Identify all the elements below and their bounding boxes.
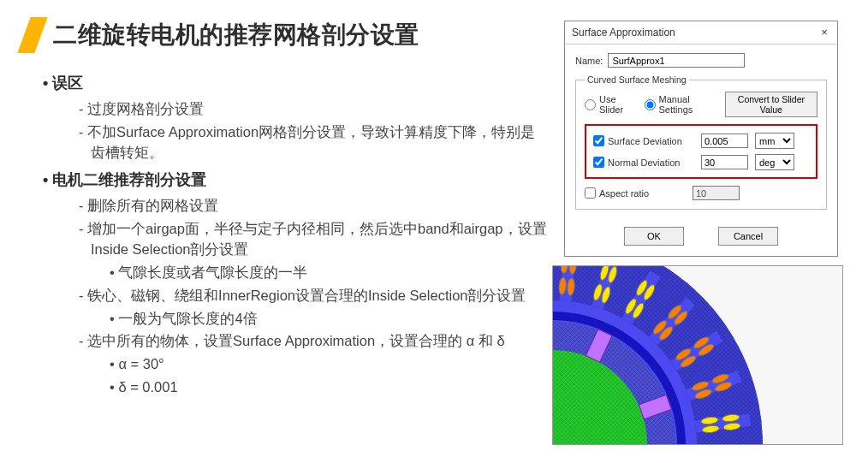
slide-title: 二维旋转电机的推荐网格剖分设置: [53, 19, 419, 51]
slide-body: 误区 过度网格剖分设置 不加Surface Approximation网格剖分设…: [24, 72, 548, 398]
manual-settings-radio-input[interactable]: [645, 99, 656, 110]
surface-deviation-input[interactable]: [701, 134, 748, 148]
motor-mesh-svg: [552, 265, 843, 445]
surface-deviation-checkbox-input[interactable]: [593, 135, 604, 146]
normal-deviation-label: Normal Deviation: [608, 157, 680, 168]
dialog-titlebar: Surface Approximation ×: [565, 21, 837, 45]
accent-bar: [17, 17, 47, 53]
sub-bullet: δ = 0.001: [110, 377, 548, 398]
use-slider-radio[interactable]: Use Slider: [585, 94, 636, 115]
surface-deviation-checkbox[interactable]: Surface Deviation: [593, 135, 694, 146]
dialog-title: Surface Approximation: [572, 27, 675, 39]
normal-deviation-checkbox[interactable]: Normal Deviation: [593, 157, 694, 168]
bullet: 选中所有的物体，设置Surface Approximation，设置合理的 α …: [79, 331, 548, 352]
slide-content: 二维旋转电机的推荐网格剖分设置 误区 过度网格剖分设置 不加Surface Ap…: [0, 0, 548, 401]
sub-bullet: α = 30°: [110, 354, 548, 375]
dialog-button-row: OK Cancel: [565, 218, 837, 256]
title-row: 二维旋转电机的推荐网格剖分设置: [24, 17, 548, 53]
surface-deviation-unit-select[interactable]: mm: [755, 133, 794, 149]
aspect-ratio-input[interactable]: [693, 186, 740, 200]
name-input[interactable]: [608, 53, 745, 68]
curved-surface-meshing-group: Curved Surface Meshing Use Slider Manual…: [575, 74, 827, 210]
aspect-ratio-row: Aspect ratio: [585, 186, 817, 200]
ok-button[interactable]: OK: [624, 227, 684, 246]
section-heading-0: 误区: [58, 72, 548, 94]
bullet: 删除所有的网格设置: [79, 196, 548, 217]
aspect-ratio-label: Aspect ratio: [599, 188, 649, 199]
cancel-button[interactable]: Cancel: [718, 227, 778, 246]
motor-mesh-figure: [552, 265, 843, 445]
manual-settings-label: Manual Settings: [659, 94, 716, 115]
normal-deviation-unit-select[interactable]: deg: [755, 154, 794, 170]
dialog-body: Name: Curved Surface Meshing Use Slider …: [565, 45, 837, 218]
sub-bullet: 一般为气隙长度的4倍: [110, 309, 548, 329]
normal-deviation-checkbox-input[interactable]: [593, 157, 604, 168]
manual-settings-radio[interactable]: Manual Settings: [645, 94, 716, 115]
mode-row: Use Slider Manual Settings Convert to Sl…: [585, 92, 817, 117]
surface-deviation-row: Surface Deviation mm: [593, 133, 809, 149]
aspect-ratio-checkbox-input[interactable]: [585, 187, 596, 199]
fieldset-legend: Curved Surface Meshing: [585, 74, 689, 85]
use-slider-label: Use Slider: [599, 94, 636, 115]
aspect-ratio-checkbox[interactable]: Aspect ratio: [585, 187, 686, 199]
bullet: 铁心、磁钢、绕组和InnerRegion设置合理的Inside Selectio…: [79, 286, 548, 306]
name-row: Name:: [575, 53, 827, 68]
bullet: 过度网格剖分设置: [79, 99, 548, 120]
convert-to-slider-button[interactable]: Convert to Slider Value: [725, 92, 817, 117]
sub-bullet: 气隙长度或者气隙长度的一半: [110, 263, 548, 283]
name-label: Name:: [575, 56, 603, 66]
surface-deviation-label: Surface Deviation: [608, 136, 682, 146]
surface-approximation-dialog: Surface Approximation × Name: Curved Sur…: [564, 21, 838, 257]
bullet: 不加Surface Approximation网格剖分设置，导致计算精度下降，特…: [79, 122, 548, 163]
use-slider-radio-input[interactable]: [585, 99, 596, 110]
close-icon[interactable]: ×: [817, 25, 832, 40]
highlighted-settings-box: Surface Deviation mm Normal Deviation de…: [585, 124, 817, 179]
bullet: 增加一个airgap面，半径与定子内径相同，然后选中band和airgap，设置…: [79, 219, 548, 260]
normal-deviation-input[interactable]: [701, 155, 748, 169]
normal-deviation-row: Normal Deviation deg: [593, 154, 809, 170]
section-heading-1: 电机二维推荐剖分设置: [58, 169, 548, 191]
